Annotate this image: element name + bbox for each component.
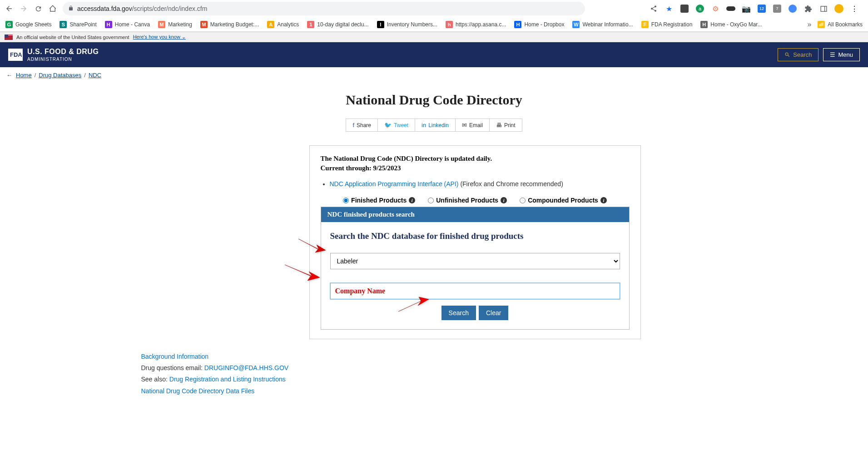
radio-finished[interactable]: Finished Products i <box>343 197 415 204</box>
bookmark-label: https://app.asana.c... <box>456 21 506 28</box>
clear-button[interactable]: Clear <box>479 306 508 320</box>
bookmark-label: FDA Registration <box>651 21 693 28</box>
page-title: National Drug Code Directory <box>228 92 641 108</box>
bookmark-favicon: A <box>267 21 274 28</box>
breadcrumb-ndc[interactable]: NDC <box>89 72 101 79</box>
bookmark-item[interactable]: GGoogle Sheets <box>5 21 51 28</box>
api-note: (Firefox and Chrome recommended) <box>460 180 563 188</box>
fda-logo[interactable]: FDA U.S. FOOD & DRUG ADMINISTRATION <box>8 48 99 62</box>
fda-search-button[interactable]: Search <box>778 48 818 61</box>
star-icon[interactable]: ★ <box>665 4 674 13</box>
sidepanel-icon[interactable] <box>819 4 828 13</box>
breadcrumb-drugdb[interactable]: Drug Databases <box>39 72 81 79</box>
ext-icon-8[interactable] <box>788 4 797 13</box>
bookmarks-bar: GGoogle SheetsSSharePointHHome - CanvaMM… <box>0 17 868 32</box>
fda-menu-button[interactable]: ☰ Menu <box>823 48 860 61</box>
forward-button[interactable] <box>19 4 28 13</box>
bookmark-item[interactable]: HHome - OxyGo Mar... <box>700 21 762 28</box>
extensions-icon[interactable] <box>804 4 813 13</box>
main-content: National Drug Code Directory fShare 🐦Twe… <box>218 83 650 406</box>
bookmark-item[interactable]: HHome - Dropbox <box>514 21 564 28</box>
bookmark-item[interactable]: MMarketing Budget:... <box>200 21 259 28</box>
share-button[interactable]: fShare <box>346 119 378 132</box>
bookmark-label: Analytics <box>277 21 299 28</box>
linkedin-button[interactable]: inLinkedin <box>415 119 456 132</box>
bookmark-item[interactable]: hhttps://app.asana.c... <box>446 21 506 28</box>
bookmark-item[interactable]: WWebinar Informatio... <box>572 21 633 28</box>
info-icon[interactable]: i <box>501 197 507 203</box>
drug-q-label: Drug questions email: <box>141 364 204 371</box>
dril-link[interactable]: Drug Registration and Listing Instructio… <box>169 376 286 383</box>
info-icon[interactable]: i <box>409 197 415 203</box>
bookmark-favicon: h <box>446 21 453 28</box>
bookmark-label: Home - Canva <box>115 21 150 28</box>
bookmark-item[interactable]: SSharePoint <box>60 21 96 28</box>
bookmark-label: Webinar Informatio... <box>582 21 633 28</box>
api-link[interactable]: NDC Application Programming Interface (A… <box>330 180 459 188</box>
radio-compounded[interactable]: Compounded Products i <box>520 197 607 204</box>
data-files-link[interactable]: National Drug Code Directory Data Files <box>141 387 255 395</box>
search-button[interactable]: Search <box>441 306 476 320</box>
profile-icon[interactable] <box>834 4 843 13</box>
search-text-input[interactable] <box>330 283 620 299</box>
content-box: The National Drug Code (NDC) Directory i… <box>309 145 641 339</box>
bookmark-favicon: G <box>5 21 13 28</box>
bookmark-label: Marketing <box>168 21 192 28</box>
ext-icon-6[interactable]: 12 <box>757 4 766 13</box>
page-viewport[interactable]: An official website of the United States… <box>0 32 868 465</box>
bookmark-item[interactable]: FFDA Registration <box>641 21 693 28</box>
bookmark-item[interactable]: IInventory Numbers... <box>377 21 437 28</box>
gov-banner-link[interactable]: Here's how you know ⌄ <box>133 34 186 40</box>
fda-header: FDA U.S. FOOD & DRUG ADMINISTRATION Sear… <box>0 42 868 67</box>
breadcrumb-back-icon: ← <box>6 72 12 79</box>
ext-icon-5[interactable]: 📷 <box>742 4 751 13</box>
ext-icon-1[interactable] <box>680 4 689 13</box>
bookmark-label: Home - Dropbox <box>524 21 564 28</box>
bookmark-favicon: M <box>158 21 165 28</box>
bookmark-item[interactable]: MMarketing <box>158 21 192 28</box>
bookmark-favicon: I <box>377 21 384 28</box>
share-icon[interactable] <box>649 4 658 13</box>
fda-subtitle: ADMINISTRATION <box>27 57 99 62</box>
ext-icon-3[interactable]: ⚙ <box>711 4 720 13</box>
tweet-button[interactable]: 🐦Tweet <box>378 119 415 132</box>
search-type-select[interactable]: Labeler <box>330 253 620 269</box>
bookmark-item[interactable]: HHome - Canva <box>105 21 150 28</box>
address-bar[interactable]: accessdata.fda.gov/scripts/cder/ndc/inde… <box>63 2 585 15</box>
home-button[interactable] <box>48 4 57 13</box>
bookmark-label: Marketing Budget:... <box>210 21 259 28</box>
gov-banner-text: An official website of the United States… <box>16 35 129 40</box>
breadcrumb-home[interactable]: Home <box>16 72 32 79</box>
update-line: The National Drug Code (NDC) Directory i… <box>321 155 630 163</box>
back-button[interactable] <box>5 4 14 13</box>
reload-button[interactable] <box>34 4 43 13</box>
print-button[interactable]: 🖶Print <box>490 119 522 132</box>
bookmark-item[interactable]: AAnalytics <box>267 21 299 28</box>
all-bookmarks[interactable]: 📁 All Bookmarks <box>818 21 863 28</box>
bookmark-favicon: H <box>514 21 521 28</box>
breadcrumbs: ← Home / Drug Databases / NDC <box>0 67 868 83</box>
bookmark-label: Google Sheets <box>15 21 51 28</box>
bookmarks-overflow[interactable]: » <box>807 20 811 29</box>
menu-icon[interactable]: ⋮ <box>850 4 859 13</box>
bookmark-label: Home - OxyGo Mar... <box>710 21 762 28</box>
ext-icon-4[interactable] <box>726 4 735 13</box>
bookmark-favicon: S <box>60 21 67 28</box>
hamburger-icon: ☰ <box>830 51 835 58</box>
lock-icon <box>68 5 74 12</box>
annotation-arrow-2 <box>283 262 323 283</box>
browser-chrome: accessdata.fda.gov/scripts/cder/ndc/inde… <box>0 0 868 32</box>
info-icon[interactable]: i <box>600 197 607 203</box>
bookmark-favicon: W <box>572 21 580 28</box>
chrome-actions: ★ a ⚙ 📷 12 7 ⋮ <box>649 4 863 13</box>
api-list: NDC Application Programming Interface (A… <box>330 180 630 188</box>
ext-icon-2[interactable]: a <box>695 4 704 13</box>
radio-unfinished[interactable]: Unfinished Products i <box>428 197 507 204</box>
bookmark-item[interactable]: 110-day digital declu... <box>307 21 368 28</box>
background-info-link[interactable]: Background Information <box>141 353 209 360</box>
bookmark-favicon: 1 <box>307 21 314 28</box>
drug-q-email[interactable]: DRUGINFO@FDA.HHS.GOV <box>204 364 288 371</box>
flag-icon <box>5 35 13 40</box>
ext-icon-7[interactable]: 7 <box>773 4 782 13</box>
email-button[interactable]: ✉Email <box>456 119 490 132</box>
